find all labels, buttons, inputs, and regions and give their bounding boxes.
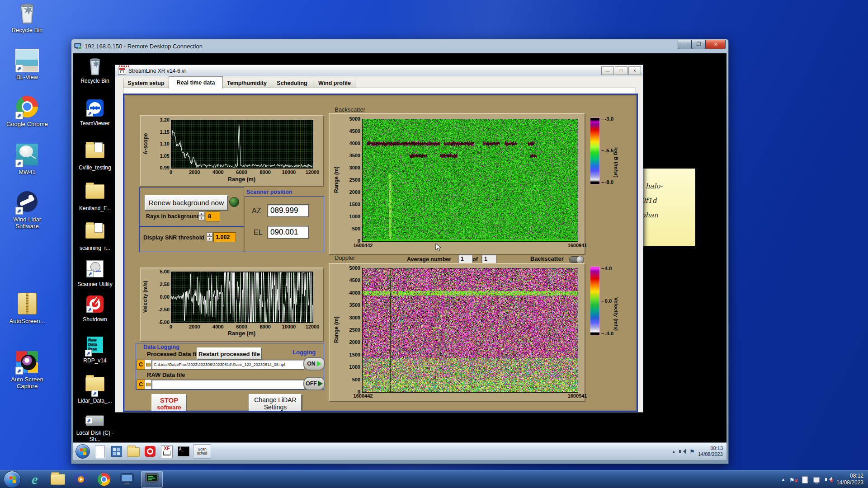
background-led-indicator[interactable] bbox=[229, 197, 239, 207]
rdp-icon-scanner-utility[interactable]: ➚ Scanner Utility bbox=[76, 258, 114, 287]
ascope-plot[interactable] bbox=[171, 120, 313, 169]
app-minimize-button[interactable]: — bbox=[601, 66, 614, 75]
average-number-field[interactable]: 1 bbox=[458, 254, 473, 263]
internet-explorer-icon[interactable]: e bbox=[26, 472, 44, 487]
app-title-bar[interactable]: StreamLine XR v14-6.vi — □ × bbox=[115, 65, 643, 77]
folder-icon bbox=[85, 224, 104, 239]
host-start-button[interactable] bbox=[4, 471, 21, 488]
tab-scheduling[interactable]: Scheduling bbox=[271, 78, 313, 88]
stop-software-button[interactable]: STOP software bbox=[151, 394, 187, 412]
axis-tick-label: 12000 bbox=[306, 324, 320, 329]
processed-browse-icon[interactable] bbox=[145, 360, 152, 370]
rdp-icon-shutdown[interactable]: ➚ Shutdown bbox=[76, 295, 114, 323]
off-label: OFF bbox=[306, 380, 317, 387]
rdp-icon-teamviewer[interactable]: ➚ TeamViewer bbox=[76, 99, 114, 127]
rdp-minimize-button[interactable]: — bbox=[678, 40, 692, 49]
desktop-icon-wind-lidar[interactable]: ➚ Wind Lidar Software bbox=[5, 190, 49, 230]
active-remote-session-icon[interactable] bbox=[141, 471, 163, 488]
change-lidar-line2: Settings bbox=[264, 404, 287, 411]
volume-muted-icon[interactable]: ✘ bbox=[825, 476, 832, 483]
desktop-icon-autoscreen-zip[interactable]: AutoScreen... bbox=[5, 292, 49, 324]
note-resize-grip[interactable]: ⋰ bbox=[689, 240, 694, 245]
network-tray-icon[interactable] bbox=[813, 476, 821, 483]
terminal-icon[interactable]: A_ bbox=[177, 445, 190, 458]
snr-value-field[interactable]: 1.002 bbox=[213, 232, 236, 242]
control-panel-icon[interactable] bbox=[110, 445, 123, 458]
desktop-icon-google-chrome[interactable]: ➚ Google Chrome bbox=[5, 95, 49, 127]
rdp-icon-recycle-bin[interactable]: Recycle Bin bbox=[76, 57, 114, 84]
app-close-button[interactable]: × bbox=[628, 66, 641, 75]
rays-value-field[interactable]: 8 bbox=[206, 211, 220, 221]
tray-expand-icon[interactable]: ▲ bbox=[781, 477, 785, 482]
processed-logging-on-toggle[interactable]: ON bbox=[303, 357, 325, 371]
axis-tick-label: 0.99 bbox=[160, 165, 170, 170]
rdp-icon-scanning[interactable]: scanning_r... bbox=[76, 221, 114, 251]
backscatter-doppler-toggle[interactable] bbox=[569, 256, 584, 263]
rdp-title-bar[interactable]: 192.168.0.150 - Remote Desktop Connectio… bbox=[71, 39, 728, 53]
raw-path-field[interactable] bbox=[151, 380, 304, 389]
rdp-session-desktop: Recycle Bin ➚ TeamViewer Cville_testing … bbox=[73, 53, 726, 460]
axis-tick-label: 2000 bbox=[349, 189, 360, 195]
shortcut-arrow-icon: ➚ bbox=[15, 207, 23, 215]
rdp-icon-kentland[interactable]: Kentland_F... bbox=[76, 181, 114, 211]
sticky-note[interactable]: : halo- 0f1d phan ⋰ bbox=[642, 169, 695, 246]
tab-wind-profile[interactable]: Wind profile bbox=[313, 78, 356, 88]
desktop-icon-auto-screen-capture[interactable]: ➚ Auto Screen Capture bbox=[5, 350, 49, 389]
velocity-plot[interactable] bbox=[171, 272, 313, 323]
tab-temp-humidity[interactable]: Temp/humidity bbox=[222, 78, 271, 88]
tab-real-time-data[interactable]: Real time data bbox=[169, 76, 223, 89]
raw-logging-off-toggle[interactable]: OFF bbox=[303, 377, 325, 390]
notepad-icon[interactable] bbox=[93, 445, 107, 458]
shutdown-quicklaunch-icon[interactable] bbox=[143, 445, 157, 458]
rays-spinner[interactable]: ▲▼ bbox=[198, 211, 204, 221]
windows-explorer-icon[interactable] bbox=[49, 472, 67, 487]
volume-icon[interactable]: ) bbox=[679, 448, 686, 455]
tab-system-setup[interactable]: System setup bbox=[123, 78, 169, 88]
shared-folder-icon[interactable] bbox=[127, 445, 140, 458]
labview-scales-icon[interactable]: XF bbox=[160, 445, 174, 458]
tray-expand-icon[interactable]: ▲ bbox=[672, 450, 675, 454]
processed-drive-letter[interactable]: C bbox=[137, 360, 145, 370]
renew-background-button[interactable]: Renew background now bbox=[145, 195, 228, 211]
media-player-icon[interactable] bbox=[72, 472, 90, 487]
scan-sched-taskbar-button[interactable]: Scan sched bbox=[193, 444, 211, 459]
app-maximize-button[interactable]: □ bbox=[615, 66, 627, 75]
rdp-maximize-button[interactable]: ❐ bbox=[692, 40, 706, 49]
network-flag-icon[interactable]: ⚑ bbox=[689, 448, 695, 455]
axis-tick-label: 1.15 bbox=[160, 129, 170, 135]
chrome-taskbar-icon[interactable] bbox=[95, 472, 113, 487]
rdp-icon-local-disk[interactable]: ➚ Local Disk (C) - Sh... bbox=[76, 413, 114, 442]
desktop-icon-recycle-bin[interactable]: Recycle Bin bbox=[5, 2, 49, 33]
host-clock[interactable]: 08:12 14/08/2023 bbox=[836, 473, 868, 486]
processed-path-field[interactable]: C:\Lidar\Data\Proc\2023\202308\20230814\… bbox=[151, 360, 304, 370]
average-total-field[interactable]: 1 bbox=[481, 254, 496, 263]
rdp-window-title: 192.168.0.150 - Remote Desktop Connectio… bbox=[85, 43, 203, 50]
backscatter-heatmap[interactable] bbox=[362, 119, 578, 242]
rdp-close-button[interactable]: × bbox=[706, 40, 726, 49]
clipboard-tray-icon[interactable] bbox=[801, 476, 809, 483]
az-value-field[interactable]: 089.999 bbox=[267, 204, 309, 217]
action-center-flag-icon[interactable]: ⚑✘ bbox=[789, 476, 797, 483]
sticky-note-line: phan bbox=[642, 211, 695, 219]
restart-processed-file-button[interactable]: Restart processed file bbox=[197, 347, 262, 360]
backscatter-colorbar-label: log B (/m/sr) bbox=[613, 122, 619, 203]
rdp-icon-rdp-v14[interactable]: Raw Data Proc ➚ RDP_v14 bbox=[76, 335, 114, 364]
raw-data-file-label: RAW Data file bbox=[147, 371, 185, 378]
desktop-icon-label: BL-View bbox=[5, 74, 49, 80]
doppler-heatmap[interactable] bbox=[362, 268, 578, 393]
snr-spinner[interactable]: ▲▼ bbox=[207, 232, 212, 241]
rdp-icon-lidar-data[interactable]: ➚ Lidar_Data_... bbox=[76, 373, 114, 404]
change-lidar-settings-button[interactable]: Change LiDAR Settings bbox=[249, 394, 302, 412]
raw-browse-icon[interactable] bbox=[145, 380, 152, 389]
axis-tick-label: 10000 bbox=[282, 169, 296, 175]
axis-tick-label: 2500 bbox=[349, 327, 360, 333]
el-value-field[interactable]: 090.001 bbox=[267, 226, 309, 239]
remote-clock[interactable]: 08:13 14/08/2023 bbox=[698, 446, 723, 457]
desktop-icon-mw41[interactable]: ➚ MW41 bbox=[5, 143, 49, 175]
raw-drive-letter[interactable]: C bbox=[137, 380, 145, 389]
remote-start-button[interactable] bbox=[75, 444, 90, 459]
rdp-client-icon[interactable] bbox=[118, 472, 136, 487]
desktop-icon-bl-view[interactable]: ➚ BL-View bbox=[5, 48, 49, 80]
wind-lidar-icon: ➚ bbox=[15, 191, 39, 215]
rdp-icon-cville-testing[interactable]: Cville_testing bbox=[76, 140, 114, 171]
